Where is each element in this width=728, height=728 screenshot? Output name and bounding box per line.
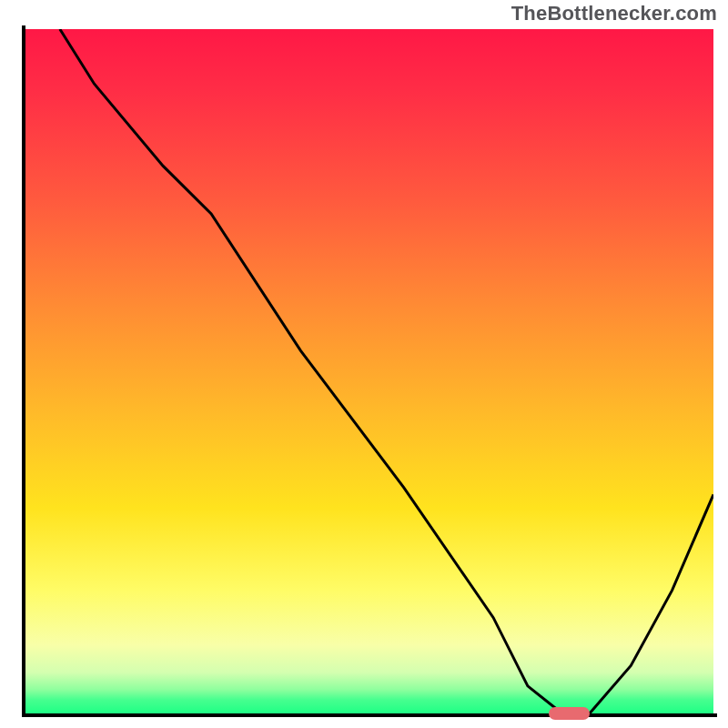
optimum-marker bbox=[549, 707, 590, 720]
x-axis bbox=[22, 713, 717, 717]
bottleneck-curve bbox=[25, 29, 713, 713]
source-label: TheBottlenecker.com bbox=[511, 2, 717, 25]
bottleneck-chart: TheBottlenecker.com bbox=[0, 0, 728, 728]
bottleneck-curve-path bbox=[60, 29, 713, 713]
